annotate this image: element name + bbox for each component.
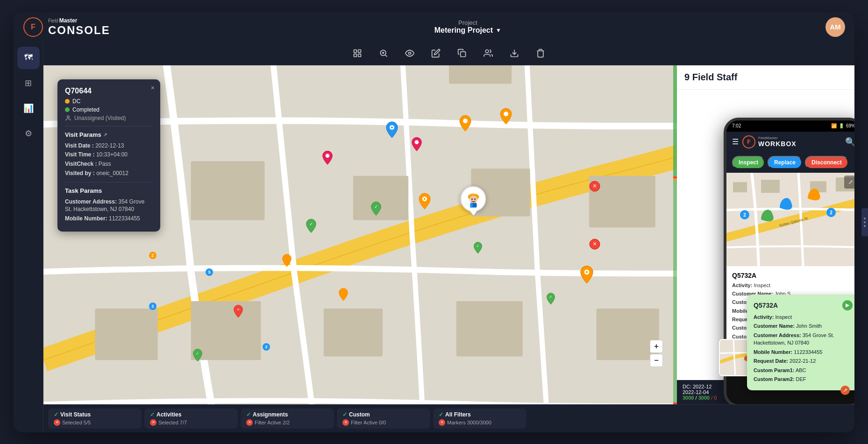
field-staff-count: 9 Field Staff	[684, 72, 737, 82]
marker-special[interactable]	[418, 192, 431, 211]
filter-x-icon-1: ✕	[54, 419, 60, 426]
phone-search-icon[interactable]: 🔍	[845, 137, 854, 147]
badge-marker-5[interactable]: 5	[206, 268, 213, 276]
detail-activity: Activity: Inspect	[732, 282, 854, 289]
popup-status-unassigned: Unassigned (Visited)	[65, 115, 153, 121]
badge-marker-2[interactable]: 2	[149, 252, 157, 259]
phone-logo-text: FieldMaster WORKBOX	[758, 136, 797, 148]
worker-marker[interactable]	[461, 186, 486, 215]
sidebar-item-map[interactable]: 🗺	[17, 47, 40, 69]
svg-rect-33	[456, 301, 523, 356]
info-custom2: Custom Param2: DEF	[754, 375, 853, 383]
disconnect-tab[interactable]: Disconnect	[805, 156, 848, 169]
svg-point-67	[67, 115, 70, 118]
svg-text:✓: ✓	[549, 295, 553, 299]
svg-rect-69	[733, 182, 747, 192]
toolbar-trash-icon[interactable]	[533, 46, 548, 61]
filter-activities[interactable]: ✓ Activities ✕ Selected 7/7	[144, 409, 238, 429]
popup-visit-date: Visit Date : 2022-12-13	[65, 142, 153, 150]
svg-point-51	[424, 198, 426, 200]
filter-x-icon-4: ✕	[342, 419, 349, 426]
toolbar-layers-icon[interactable]	[350, 46, 365, 61]
info-card-arrow[interactable]: ↗	[840, 386, 850, 395]
info-play-button[interactable]: ▶	[842, 300, 853, 310]
info-mobile: Mobile Number: 1122334455	[754, 348, 853, 356]
svg-point-59	[586, 271, 588, 273]
svg-rect-2	[354, 50, 357, 53]
hamburger-icon[interactable]: ☰	[732, 137, 739, 146]
svg-rect-3	[358, 50, 361, 53]
zoom-out-button[interactable]: −	[650, 354, 663, 367]
filter-x-icon-2: ✕	[150, 419, 157, 426]
toolbar-pencil-icon[interactable]	[428, 46, 443, 61]
map-popup: × Q70644 DC Completed U	[57, 79, 160, 232]
filter-all[interactable]: ✓ All Filters ✕ Markers 3000/3000	[433, 409, 526, 429]
svg-rect-4	[354, 54, 357, 57]
badge-marker-3b[interactable]: 3	[263, 343, 270, 351]
marker-green-3[interactable]: ✓	[192, 348, 203, 363]
inspect-tab[interactable]: Inspect	[732, 156, 765, 169]
toolbar-users-icon[interactable]	[481, 46, 496, 61]
toolbar-clone-icon[interactable]	[455, 46, 470, 61]
battery-level: 69%	[846, 123, 854, 128]
content-area: ✓ ✓ × ×	[43, 42, 854, 432]
logo-field-label: Field	[48, 18, 58, 23]
filter-visit-status[interactable]: ✓ Visit Status ✕ Selected 5/5	[48, 409, 142, 429]
badge-marker-green-sm[interactable]: ✓	[473, 241, 483, 255]
sidebar-item-chart[interactable]: 📊	[17, 97, 40, 120]
fullscreen-button[interactable]: ⤢	[844, 176, 854, 189]
popup-close-button[interactable]: ×	[151, 84, 155, 92]
svg-text:✓: ✓	[309, 221, 313, 226]
marker-orange-2[interactable]	[282, 254, 292, 268]
popup-mobile: Mobile Number: 1122334455	[65, 215, 153, 223]
filter-custom[interactable]: ✓ Custom ✕ Filter Active 0/0	[337, 409, 430, 429]
marker-4[interactable]	[411, 136, 422, 153]
badge-marker-green-sm2[interactable]: ✓	[546, 292, 555, 306]
marker-x-2[interactable]: ×	[589, 239, 600, 252]
popup-customer-address: Customer Address: 354 Grove St. Hacketts…	[65, 198, 153, 214]
svg-rect-5	[358, 54, 361, 57]
svg-point-62	[470, 196, 477, 204]
toolbar-search-plus-icon[interactable]	[376, 46, 391, 61]
avatar[interactable]: AM	[825, 17, 845, 37]
filter-assignments[interactable]: ✓ Assignments ✕ Filter Active 2/2	[241, 409, 334, 429]
sidebar-item-settings[interactable]: ⚙	[17, 122, 40, 145]
zoom-in-button[interactable]: +	[650, 340, 663, 353]
marker-orange-large[interactable]	[580, 265, 594, 285]
project-name[interactable]: Metering Project ▼	[434, 26, 501, 35]
project-label: Project	[434, 19, 501, 26]
marker-1[interactable]	[459, 114, 472, 133]
toolbar	[43, 42, 854, 65]
toolbar-download-icon[interactable]	[507, 46, 522, 61]
marker-x-3[interactable]: ×	[233, 304, 243, 319]
phone-map[interactable]: 2 2 Sultan Qaboos St ⤢	[726, 173, 854, 266]
svg-text:×: ×	[237, 307, 239, 312]
sidebar-item-dashboard[interactable]: ⊞	[17, 72, 40, 94]
phone-area: 7:02 📶 🔋 69% ☰	[677, 90, 854, 404]
marker-blue[interactable]	[385, 121, 398, 140]
svg-rect-70	[761, 180, 780, 193]
marker-orange-3[interactable]	[338, 288, 349, 303]
marker-green-2[interactable]: ✓	[370, 201, 382, 218]
marker-x-1[interactable]: ×	[589, 181, 600, 194]
badge-marker-3[interactable]: 3	[149, 303, 157, 310]
toolbar-eye-icon[interactable]	[402, 46, 417, 61]
logo-master-label: Master	[59, 17, 78, 24]
marker-2[interactable]	[499, 107, 512, 126]
info-card-id: Q5732A	[754, 302, 778, 309]
marker-green-1[interactable]: ✓	[306, 218, 317, 235]
sidebar: 🗺 ⊞ 📊 ⚙	[14, 42, 43, 432]
svg-rect-20	[449, 65, 512, 84]
svg-text:2: 2	[743, 212, 746, 218]
dc-status-dot	[65, 99, 70, 104]
svg-point-12	[485, 50, 489, 53]
popup-visited-by: Visited by : oneic_00012	[65, 169, 153, 177]
dashboard-icon: ⊞	[25, 78, 32, 88]
popup-id: Q70644	[65, 87, 153, 95]
info-card: Q5732A ▶ Activity: Inspect Customer Name…	[747, 295, 854, 390]
right-overlay-panel: 9 Field Staff 7:02 📶 🔋	[677, 65, 854, 404]
logo-console-label: CONSOLE	[48, 24, 110, 37]
svg-point-10	[409, 52, 411, 55]
marker-3[interactable]	[322, 150, 333, 167]
replace-tab[interactable]: Replace	[768, 156, 802, 169]
